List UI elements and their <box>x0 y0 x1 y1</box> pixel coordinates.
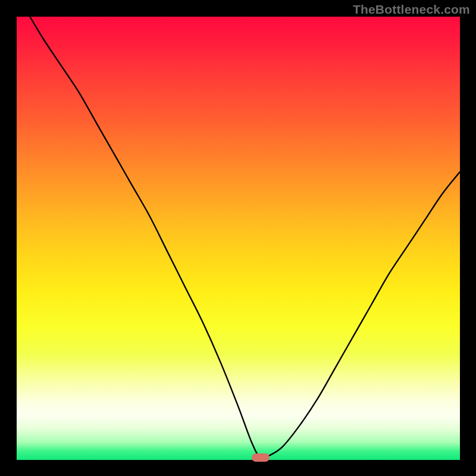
optimal-point-marker <box>252 453 270 462</box>
watermark-text: TheBottleneck.com <box>353 2 470 17</box>
chart-container: TheBottleneck.com <box>0 0 476 476</box>
plot-area <box>17 17 460 460</box>
bottleneck-curve <box>17 17 460 460</box>
